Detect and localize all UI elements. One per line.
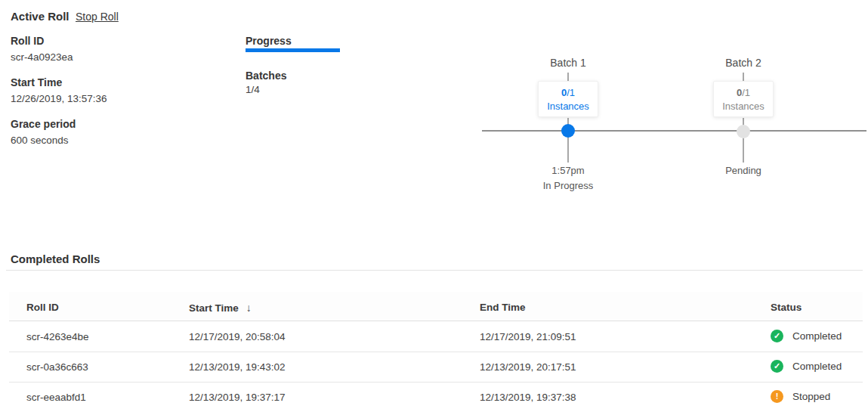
- check-circle-icon: ✓: [771, 360, 783, 373]
- cell-start-time: 12/13/2019, 19:37:17: [189, 392, 286, 403]
- progress-label: Progress: [246, 35, 292, 47]
- batch2-instance-count: 0/1: [714, 86, 773, 100]
- cell-start-time: 12/13/2019, 19:43:02: [189, 361, 286, 373]
- cell-status: ✓ Completed: [771, 330, 842, 342]
- roll-id-label: Roll ID: [11, 35, 222, 47]
- batch2-connector-top: [743, 73, 744, 81]
- completed-rolls-title: Completed Rolls: [11, 252, 100, 265]
- table-row: scr-4263e4be 12/17/2019, 20:58:04 12/17/…: [9, 322, 863, 352]
- status-badge: Completed: [792, 330, 842, 342]
- batch1-timeline-dot: [561, 124, 575, 138]
- start-time-value: 12/26/2019, 13:57:36: [11, 93, 222, 104]
- batch1-instance-count: 0/1: [539, 86, 598, 100]
- grace-period-label: Grace period: [11, 118, 222, 130]
- exclamation-circle-icon: !: [771, 390, 783, 403]
- batch1-instances-card[interactable]: 0/1 Instances: [538, 81, 598, 117]
- cell-roll-id: scr-0a36c663: [26, 361, 88, 373]
- batch2-instances-card[interactable]: 0/1 Instances: [713, 81, 774, 117]
- grace-period-field: Grace period 600 seconds: [11, 118, 222, 146]
- batches-label: Batches: [246, 70, 286, 82]
- batch2-instances-label: Instances: [714, 100, 773, 113]
- batch1-instances-label: Instances: [539, 100, 598, 113]
- cell-status: ! Stopped: [771, 390, 830, 403]
- batches-value: 1/4: [246, 84, 260, 95]
- batch2-status: Pending: [725, 165, 761, 176]
- batch2-name: Batch 2: [725, 57, 761, 69]
- start-time-field: Start Time 12/26/2019, 13:57:36: [11, 76, 222, 104]
- cell-end-time: 12/13/2019, 20:17:51: [480, 361, 576, 373]
- cell-roll-id: scr-4263e4be: [26, 331, 89, 342]
- batch1-connector-top: [567, 73, 569, 81]
- cell-start-time: 12/17/2019, 20:58:04: [189, 331, 286, 342]
- stop-roll-link[interactable]: Stop Roll: [76, 11, 119, 23]
- roll-id-field: Roll ID scr-4a0923ea: [11, 35, 222, 63]
- table-header-row: Roll ID Start Time↓ End Time Status: [9, 292, 863, 321]
- batch2-timeline-dot: [737, 125, 750, 138]
- section-divider: [6, 270, 863, 271]
- column-header-roll-id[interactable]: Roll ID: [26, 302, 59, 313]
- status-badge: Stopped: [792, 391, 830, 402]
- table-row: scr-0a36c663 12/13/2019, 19:43:02 12/13/…: [9, 352, 863, 383]
- batch1-name: Batch 1: [550, 57, 585, 69]
- column-header-start-time[interactable]: Start Time↓: [189, 302, 252, 314]
- timeline-track: [482, 130, 866, 132]
- check-circle-icon: ✓: [771, 330, 783, 342]
- active-roll-title: Active Roll: [11, 10, 70, 23]
- cell-end-time: 12/17/2019, 21:09:51: [480, 331, 576, 342]
- active-roll-page: Active Roll Stop Roll Roll ID scr-4a0923…: [0, 0, 868, 412]
- column-header-status[interactable]: Status: [771, 302, 802, 313]
- table-row: scr-eeaabfd1 12/13/2019, 19:37:17 12/13/…: [9, 383, 863, 412]
- sort-descending-icon: ↓: [246, 302, 252, 314]
- progress-bar: [246, 48, 340, 52]
- cell-status: ✓ Completed: [771, 360, 842, 373]
- batch1-status: In Progress: [543, 180, 593, 191]
- start-time-label: Start Time: [11, 76, 222, 88]
- status-badge: Completed: [792, 361, 842, 372]
- cell-end-time: 12/13/2019, 19:37:38: [480, 392, 576, 403]
- grace-period-value: 600 seconds: [11, 135, 222, 146]
- cell-roll-id: scr-eeaabfd1: [26, 392, 86, 403]
- column-header-end-time[interactable]: End Time: [480, 302, 526, 313]
- batch1-time: 1:57pm: [551, 165, 584, 176]
- roll-id-value: scr-4a0923ea: [11, 51, 222, 63]
